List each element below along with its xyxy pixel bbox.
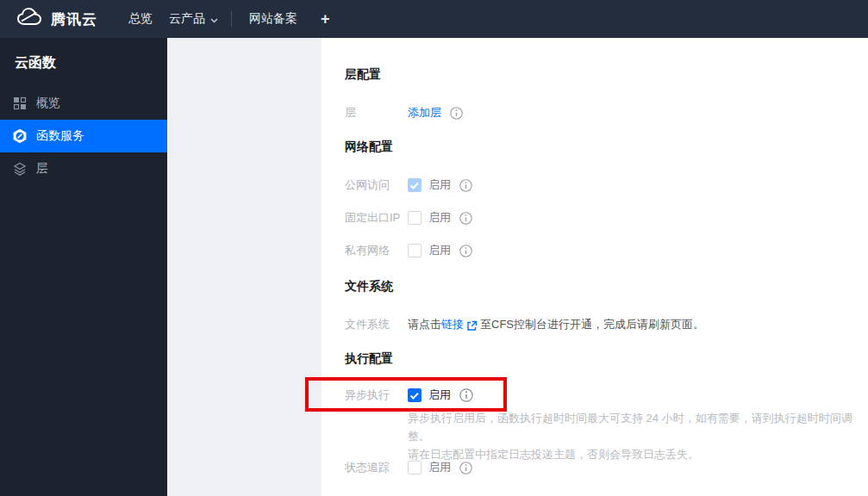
enable-label: 启用 <box>428 460 451 475</box>
filesystem-label: 文件系统 <box>345 317 408 332</box>
enable-label: 启用 <box>428 210 451 226</box>
status-tracking-label: 状态追踪 <box>345 460 408 475</box>
brand-name: 腾讯云 <box>51 9 97 29</box>
sidebar-item-label: 层 <box>36 161 48 177</box>
async-note-line1: 异步执行启用后，函数执行超时时间最大可支持 24 小时，如有需要，请到执行超时时… <box>408 409 868 445</box>
nav-item-icp-filing[interactable]: 网站备案 <box>249 11 297 27</box>
section-title-layer-config: 层配置 <box>345 67 381 83</box>
cfs-link[interactable]: 链接 <box>441 317 464 332</box>
status-tracking-checkbox[interactable] <box>408 461 422 474</box>
async-execution-checkbox[interactable] <box>408 388 422 402</box>
sidebar: 云函数 概览 <box>0 38 167 496</box>
grid-icon <box>12 96 28 111</box>
layer-row: 层 添加层 <box>345 103 463 122</box>
top-navbar: 腾讯云 总览 云产品 网站备案 + <box>0 0 868 38</box>
section-title-filesystem: 文件系统 <box>345 279 393 294</box>
public-access-checkbox <box>408 178 422 192</box>
filesystem-row: 文件系统 请点击 链接 至CFS控制台进行开通，完成后请刷新页面。 <box>345 315 704 334</box>
info-icon[interactable] <box>459 245 472 257</box>
fixed-ip-label: 固定出口IP <box>345 210 408 226</box>
section-title-network-config: 网络配置 <box>345 140 393 155</box>
private-network-checkbox[interactable] <box>408 244 422 257</box>
info-icon[interactable] <box>459 212 472 225</box>
public-access-label: 公网访问 <box>345 177 408 193</box>
external-link-icon <box>466 320 478 332</box>
status-tracking-row: 状态追踪 启用 <box>345 458 472 477</box>
info-icon[interactable] <box>459 179 472 192</box>
sidebar-item-layers[interactable]: 层 <box>0 152 167 185</box>
async-execution-label: 异步执行 <box>345 388 408 403</box>
nav-item-overview[interactable]: 总览 <box>128 11 153 27</box>
fixed-ip-checkbox[interactable] <box>408 211 422 225</box>
brand[interactable]: 腾讯云 <box>16 7 97 31</box>
fixed-ip-row: 固定出口IP 启用 <box>345 208 472 227</box>
add-layer-link[interactable]: 添加层 <box>408 105 441 121</box>
enable-label: 启用 <box>428 177 451 193</box>
sidebar-menu: 概览 函数服务 <box>0 87 167 185</box>
async-note-line2: 请在日志配置中指定日志投递主题，否则会导致日志丢失。 <box>408 445 868 463</box>
function-service-icon <box>12 128 28 144</box>
sidebar-item-label: 函数服务 <box>36 128 84 144</box>
sidebar-item-function-service[interactable]: 函数服务 <box>0 120 167 152</box>
nav-item-cloud-products[interactable]: 云产品 <box>169 11 218 27</box>
info-icon[interactable] <box>450 107 463 120</box>
enable-label: 启用 <box>428 388 451 403</box>
sidebar-item-overview[interactable]: 概览 <box>0 87 167 120</box>
private-network-label: 私有网络 <box>345 243 408 258</box>
page: 腾讯云 总览 云产品 网站备案 + 云函数 <box>0 0 868 496</box>
layer-label: 层 <box>345 105 408 121</box>
sidebar-title: 云函数 <box>0 38 167 72</box>
settings-panel: 层配置 层 添加层 网络配置 公网访问 启用 固定出口IP <box>322 38 868 496</box>
nav-divider <box>231 11 232 27</box>
main-area: 层配置 层 添加层 网络配置 公网访问 启用 固定出口IP <box>167 38 868 496</box>
section-title-execution-config: 执行配置 <box>345 351 393 367</box>
info-icon[interactable] <box>459 462 472 474</box>
enable-label: 启用 <box>428 243 451 258</box>
chevron-down-icon <box>210 12 218 26</box>
layers-icon <box>12 161 28 177</box>
filesystem-text-before: 请点击 <box>408 317 441 332</box>
public-access-row: 公网访问 启用 <box>345 176 472 195</box>
filesystem-text-after: 至CFS控制台进行开通，完成后请刷新页面。 <box>480 317 704 332</box>
async-execution-row: 异步执行 启用 <box>345 386 473 405</box>
sidebar-item-label: 概览 <box>36 96 60 111</box>
info-icon[interactable] <box>459 388 473 402</box>
private-network-row: 私有网络 启用 <box>345 241 472 260</box>
async-execution-note: 异步执行启用后，函数执行超时时间最大可支持 24 小时，如有需要，请到执行超时时… <box>408 409 868 463</box>
tencent-cloud-logo-icon <box>16 7 43 31</box>
nav-add-button[interactable]: + <box>321 10 330 28</box>
